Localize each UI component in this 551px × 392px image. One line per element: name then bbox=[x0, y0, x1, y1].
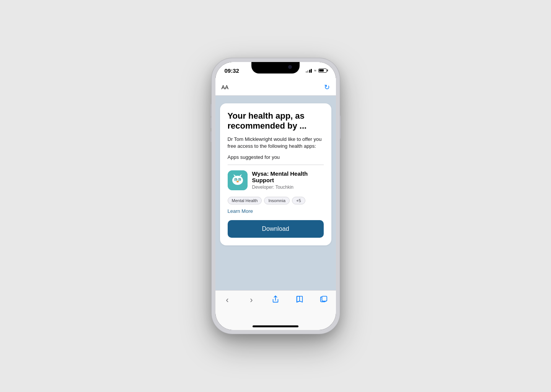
tag-insomnia: Insomnia bbox=[264, 197, 290, 204]
tag-mental-health: Mental Health bbox=[228, 197, 262, 204]
text-size-button[interactable]: AA bbox=[222, 84, 229, 90]
svg-point-8 bbox=[236, 181, 239, 182]
signal-icon bbox=[306, 68, 312, 73]
notch bbox=[251, 62, 300, 74]
wysa-owl-svg bbox=[228, 170, 248, 190]
share-button[interactable] bbox=[267, 295, 284, 304]
forward-button[interactable]: › bbox=[243, 295, 260, 305]
phone-screen: 09:32 ≈ AA ↻ bbox=[215, 62, 336, 330]
phone-frame: 09:32 ≈ AA ↻ bbox=[212, 58, 340, 334]
camera bbox=[288, 65, 292, 69]
back-icon: ‹ bbox=[226, 295, 228, 305]
refresh-button[interactable]: ↻ bbox=[324, 83, 330, 91]
content-area: Your health app, as recommended by ... D… bbox=[215, 96, 336, 290]
divider bbox=[228, 165, 324, 165]
learn-more-link[interactable]: Learn More bbox=[228, 208, 324, 214]
status-time: 09:32 bbox=[225, 67, 239, 74]
svg-point-6 bbox=[235, 179, 236, 180]
card-description: Dr Tom Micklewright would like to offer … bbox=[228, 136, 324, 150]
browser-bar[interactable]: AA ↻ bbox=[215, 79, 336, 96]
bottom-nav: ‹ › bbox=[215, 290, 336, 322]
battery-icon bbox=[318, 69, 327, 73]
health-app-card: Your health app, as recommended by ... D… bbox=[220, 103, 331, 245]
bookmarks-button[interactable] bbox=[291, 295, 308, 304]
app-row: Wysa: Mental Health Support Developer: T… bbox=[228, 170, 324, 193]
card-title: Your health app, as recommended by ... bbox=[228, 111, 324, 131]
svg-point-1 bbox=[232, 176, 243, 185]
screen-content: 09:32 ≈ AA ↻ bbox=[215, 62, 336, 330]
home-bar bbox=[253, 325, 298, 327]
app-icon bbox=[228, 170, 248, 190]
tag-more: +5 bbox=[292, 197, 305, 204]
app-name: Wysa: Mental Health Support bbox=[252, 170, 324, 183]
tabs-icon bbox=[320, 295, 328, 304]
developer-name: Touchkin bbox=[276, 185, 293, 190]
back-button[interactable]: ‹ bbox=[219, 295, 236, 305]
status-icons: ≈ bbox=[306, 68, 327, 73]
app-developer: Developer: Touchkin bbox=[252, 185, 324, 190]
status-bar: 09:32 ≈ bbox=[215, 62, 336, 79]
forward-icon: › bbox=[250, 295, 253, 305]
home-indicator bbox=[215, 322, 336, 330]
book-icon bbox=[295, 295, 304, 304]
svg-point-7 bbox=[239, 179, 240, 180]
download-button[interactable]: Download bbox=[228, 220, 324, 238]
share-icon bbox=[271, 295, 280, 304]
volume-buttons bbox=[210, 118, 212, 142]
developer-label: Developer: bbox=[252, 185, 274, 190]
svg-rect-12 bbox=[322, 296, 327, 301]
apps-suggested-label: Apps suggested for you bbox=[228, 154, 324, 160]
tags-row: Mental Health Insomnia +5 bbox=[228, 197, 324, 204]
tabs-button[interactable] bbox=[315, 295, 332, 304]
wifi-icon: ≈ bbox=[314, 68, 316, 73]
app-info: Wysa: Mental Health Support Developer: T… bbox=[252, 170, 324, 193]
